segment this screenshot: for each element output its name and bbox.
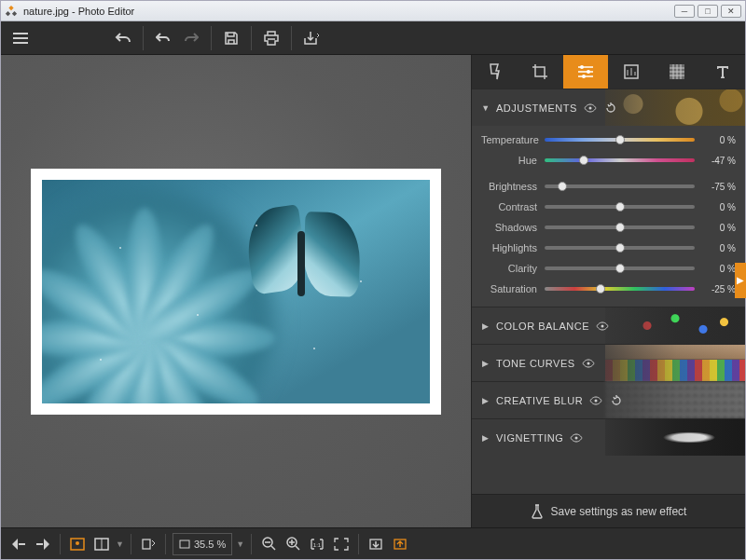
maximize-button[interactable]: □ <box>698 5 718 18</box>
slider-thumb[interactable] <box>615 223 625 232</box>
close-button[interactable]: ✕ <box>721 5 741 18</box>
tab-text[interactable] <box>699 55 745 89</box>
slider-value: 0 % <box>695 223 736 233</box>
panel-collapse-button[interactable]: ▶ <box>735 263 746 298</box>
svg-point-4 <box>588 106 591 109</box>
visibility-icon[interactable] <box>583 101 598 116</box>
slider-label: Clarity <box>481 263 545 274</box>
reset-icon[interactable] <box>603 101 618 116</box>
zoom-in-button[interactable] <box>281 532 305 556</box>
expand-icon: ▶ <box>481 359 490 368</box>
rotate-button[interactable] <box>136 532 160 556</box>
slider-track[interactable] <box>545 225 695 229</box>
slider-clarity: Clarity0 % <box>481 258 736 279</box>
slider-track[interactable] <box>545 246 695 250</box>
adjust-panel: ▼ ADJUSTMENTS Temperature0 %Hue-47 %Brig… <box>472 89 745 494</box>
undo-all-button[interactable] <box>109 24 137 52</box>
expand-icon: ▶ <box>481 321 490 331</box>
tab-effects[interactable] <box>472 55 518 89</box>
slider-label: Contrast <box>481 201 545 212</box>
slider-thumb[interactable] <box>615 202 625 212</box>
separator <box>165 534 166 554</box>
slider-brightness: Brightness-75 % <box>481 176 736 197</box>
slider-label: Saturation <box>481 283 545 294</box>
expand-icon: ▶ <box>481 433 490 443</box>
slider-label: Highlights <box>481 242 545 253</box>
save-button[interactable] <box>217 24 245 52</box>
slider-saturation: Saturation-25 % <box>481 279 736 299</box>
top-toolbar <box>1 21 745 55</box>
undo-button[interactable] <box>149 24 177 52</box>
export-button[interactable] <box>297 24 325 52</box>
slider-thumb[interactable] <box>596 284 605 294</box>
single-view-button[interactable] <box>65 532 90 556</box>
import-button[interactable] <box>364 532 388 556</box>
slider-temperature: Temperature0 % <box>481 130 736 150</box>
print-button[interactable] <box>257 24 285 52</box>
section-color-balance[interactable]: ▶ COLOR BALANCE <box>472 307 745 344</box>
next-image-button[interactable] <box>31 532 55 556</box>
butterfly-graphic <box>243 208 365 310</box>
slider-thumb[interactable] <box>615 243 625 253</box>
slider-thumb[interactable] <box>615 135 625 144</box>
tab-histogram[interactable] <box>608 55 654 89</box>
separator <box>60 534 61 554</box>
expand-icon: ▶ <box>481 396 490 405</box>
slider-track[interactable] <box>545 158 695 162</box>
prev-image-button[interactable] <box>7 532 31 556</box>
visibility-icon[interactable] <box>581 356 596 371</box>
zoom-out-button[interactable] <box>256 532 281 556</box>
separator <box>251 534 252 554</box>
body: ▼ ADJUSTMENTS Temperature0 %Hue-47 %Brig… <box>1 55 745 527</box>
section-creative-blur[interactable]: ▶ CREATIVE BLUR <box>472 381 745 418</box>
reset-icon[interactable] <box>609 393 624 408</box>
section-adjustments[interactable]: ▼ ADJUSTMENTS <box>472 89 745 126</box>
section-tone-curves[interactable]: ▶ TONE CURVES <box>472 344 745 381</box>
slider-hue: Hue-47 % <box>481 150 736 171</box>
svg-rect-13 <box>180 540 189 548</box>
slider-track[interactable] <box>545 266 695 270</box>
slider-highlights: Highlights0 % <box>481 238 736 258</box>
slider-track[interactable] <box>545 205 695 209</box>
slider-label: Shadows <box>481 222 545 233</box>
sliders-group: Temperature0 %Hue-47 %Brightness-75 %Con… <box>472 126 745 307</box>
slider-thumb[interactable] <box>558 182 567 191</box>
slider-value: -75 % <box>695 182 736 192</box>
image-canvas[interactable] <box>31 169 441 415</box>
canvas-area[interactable] <box>1 55 471 527</box>
slider-label: Temperature <box>481 134 545 145</box>
zoom-level[interactable]: 35.5 % <box>173 533 232 555</box>
app-window: nature.jpg - Photo Editor ─ □ ✕ <box>0 0 746 560</box>
slider-value: -47 % <box>695 156 736 166</box>
slider-track[interactable] <box>545 287 695 291</box>
minimize-button[interactable]: ─ <box>674 5 695 18</box>
dropdown-icon[interactable]: ▼ <box>236 540 244 549</box>
menu-button[interactable] <box>7 24 35 52</box>
slider-value: 0 % <box>695 264 736 274</box>
slider-track[interactable] <box>545 184 695 188</box>
slider-value: 0 % <box>695 243 736 253</box>
section-vignetting[interactable]: ▶ VIGNETTING <box>472 418 745 456</box>
zoom-fit-button[interactable] <box>329 532 353 556</box>
window-title: nature.jpg - Photo Editor <box>23 6 671 17</box>
tab-crop[interactable] <box>518 55 563 89</box>
compare-view-button[interactable] <box>90 532 114 556</box>
tab-texture[interactable] <box>654 55 699 89</box>
separator <box>143 26 144 50</box>
redo-button[interactable] <box>177 24 205 52</box>
slider-thumb[interactable] <box>579 156 588 165</box>
collapse-icon: ▼ <box>481 103 490 113</box>
side-panel: ▼ ADJUSTMENTS Temperature0 %Hue-47 %Brig… <box>471 55 745 527</box>
zoom-100-button[interactable]: 1:1 <box>305 532 329 556</box>
dropdown-icon[interactable]: ▼ <box>116 540 124 549</box>
visibility-icon[interactable] <box>588 393 603 408</box>
visibility-icon[interactable] <box>595 319 610 334</box>
export-image-button[interactable] <box>388 532 412 556</box>
section-title: CREATIVE BLUR <box>496 395 583 406</box>
tab-adjust[interactable] <box>563 55 609 89</box>
save-effect-button[interactable]: Save settings as new effect <box>472 494 745 527</box>
visibility-icon[interactable] <box>569 430 584 445</box>
svg-point-6 <box>587 362 589 364</box>
slider-thumb[interactable] <box>615 264 625 273</box>
slider-track[interactable] <box>545 138 695 142</box>
